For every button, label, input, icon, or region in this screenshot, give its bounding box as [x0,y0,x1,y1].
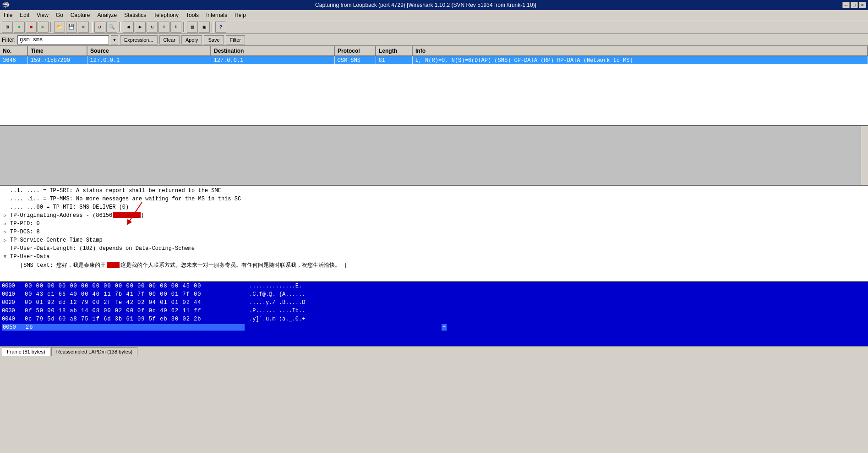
scrollbar[interactable] [861,126,868,185]
menu-help[interactable]: Help [231,11,250,19]
detail-line-ud[interactable]: ▽ TP-User-Data [0,253,868,261]
hex-offset: 0030 [2,308,25,314]
detail-line-timestamp[interactable]: ▷ TP-Service-Centre-Time-Stamp [0,236,868,244]
toolbar-stop-button[interactable]: ■ [26,22,37,33]
cell-source: 127.0.0.1 [87,56,211,64]
detail-text: TP-Service-Centre-Time-Stamp [10,237,103,243]
hex-offset: 0010 [2,291,25,298]
hex-row-0010: 0010 00 43 c1 66 40 00 40 11 7b 41 7f 00… [0,290,868,298]
col-info[interactable]: Info [412,46,868,56]
expand-arrow: ▷ [4,213,10,218]
toolbar-save-button[interactable]: 💾 [66,22,77,33]
expand-arrow [4,188,10,193]
hex-bytes: 00 00 00 00 00 00 00 00 00 00 00 00 08 0… [25,283,245,289]
hex-row-0020: 0020 00 01 92 dd 12 79 00 2f fe 42 02 04… [0,298,868,307]
toolbar-interfaces-button[interactable]: ⊞ [2,22,13,33]
save-button[interactable]: Save [204,35,224,44]
table-row[interactable]: 3646 159.71587200 127.0.0.1 127.0.0.1 GS… [0,56,868,64]
detail-line-sms-text: [SMS text: 您好，我是泰康的王这是我的个人联系方式。您未来一对一服务专… [0,261,868,269]
toolbar-close-button[interactable]: ✕ [78,22,89,33]
col-length[interactable]: Length [376,46,412,56]
app-icon: 🦈 [2,1,10,9]
menu-analyze[interactable]: Analyze [94,11,121,19]
col-no[interactable]: No. [0,46,27,56]
menu-edit[interactable]: Edit [16,11,33,19]
toolbar-help-button[interactable]: ? [215,22,226,33]
packet-table-header: No. Time Source Destination Protocol Len… [0,46,868,56]
menu-tools[interactable]: Tools [182,11,202,19]
find-icon: 🔍 [109,24,115,30]
filter-bar: Filter: ▼ Expression... Clear Apply Save… [0,34,868,46]
expand-arrow: ▷ [4,229,10,235]
apply-button[interactable]: Apply [181,35,202,44]
title-bar: 🦈 Capturing from Loopback (port 4729) [W… [0,0,868,10]
hex-row-0030: 0030 0f 50 00 18 ab 14 08 00 02 00 0f 0c… [0,307,868,315]
start-icon: ● [18,24,21,30]
filter-dropdown[interactable]: ▼ [111,35,118,44]
status-tab-frame[interactable]: Frame (81 bytes) [2,347,50,356]
expand-arrow [4,205,10,210]
detail-line-originating[interactable]: ▷ TP-Originating-Address - (86156) [0,211,868,220]
toolbar-goto-button[interactable]: ↻ [147,22,158,33]
col-time[interactable]: Time [27,46,87,56]
hex-bytes: 0f 50 00 18 ab 14 08 00 02 00 0f 0c 49 6… [25,308,245,314]
packet-list[interactable]: No. Time Source Destination Protocol Len… [0,46,868,126]
detail-pane[interactable]: ..1. .... = TP-SRI: A status report shal… [0,186,868,282]
close-button[interactable]: ✕ [859,2,866,8]
hex-row-0050: 0050 2b + [0,323,868,331]
toolbar-find-button[interactable]: 🔍 [106,22,117,33]
interfaces-icon: ⊞ [6,24,9,30]
toolbar-coloring-button[interactable]: ▤ [187,22,198,33]
detail-line-udl: TP-User-Data-Length: (102) depends on Da… [0,244,868,253]
filter-button[interactable]: Filter [226,35,245,44]
toolbar-reload-button[interactable]: ↺ [94,22,105,33]
toolbar-last-button[interactable]: ⬇ [170,22,181,33]
filter-input[interactable] [17,35,109,44]
menu-go[interactable]: Go [52,11,67,19]
menu-internals[interactable]: Internals [202,11,231,19]
hex-ascii: ..............E. [249,283,302,289]
toolbar-first-button[interactable]: ⬆ [158,22,169,33]
maximize-button[interactable]: □ [851,2,858,8]
toolbar-back-button[interactable]: ◀ [123,22,134,33]
goto-icon: ↻ [151,24,154,30]
expression-button[interactable]: Expression... [120,35,158,44]
forward-icon: ▶ [139,24,142,30]
detail-line-dcs[interactable]: ▷ TP-DCS: 8 [0,228,868,236]
clear-button[interactable]: Clear [159,35,180,44]
expand-arrow: ▷ [4,221,10,226]
expand-arrow: ▽ [4,254,10,260]
menu-capture[interactable]: Capture [67,11,94,19]
menu-statistics[interactable]: Statistics [120,11,150,19]
open-icon: 📂 [56,24,63,30]
detail-line-pid[interactable]: ▷ TP-PID: 0 [0,220,868,228]
minimize-button[interactable]: ─ [842,2,850,8]
toolbar-forward-button[interactable]: ▶ [135,22,146,33]
detail-text: TP-Originating-Address - (86156) [10,212,144,219]
back-icon: ◀ [127,24,130,30]
toolbar-restart-button[interactable]: ▶ [38,22,49,33]
restart-icon: ▶ [42,24,45,30]
menu-view[interactable]: View [33,11,52,19]
col-protocol[interactable]: Protocol [334,46,376,56]
toolbar-prefs-button[interactable]: ▣ [199,22,210,33]
menu-file[interactable]: File [0,11,16,19]
toolbar-open-button[interactable]: 📂 [54,22,65,33]
status-tab-reassembled[interactable]: Reassembled LAPDm (138 bytes) [51,347,137,356]
hex-ascii: + [442,324,447,331]
toolbar-start-button[interactable]: ● [14,22,25,33]
col-destination[interactable]: Destination [211,46,334,56]
toolbar: ⊞ ● ■ ▶ 📂 💾 ✕ ↺ 🔍 ◀ ▶ ↻ ⬆ ⬇ ▤ ▣ [0,20,868,34]
col-source[interactable]: Source [87,46,211,56]
window-controls[interactable]: ─ □ ✕ [842,2,868,8]
detail-text: TP-DCS: 8 [10,229,40,235]
menu-telephony[interactable]: Telephony [150,11,182,19]
hex-ascii: .....y./ .B.....D [249,299,305,306]
hex-pane[interactable]: 0000 00 00 00 00 00 00 00 00 00 00 00 00… [0,282,868,346]
hex-offset: 0000 [2,283,25,289]
toolbar-separator-5 [212,22,213,32]
hex-offset: 0020 [2,299,25,306]
detail-text: TP-User-Data [10,254,49,260]
cell-no: 3646 [0,56,27,64]
sms-text-label: [SMS text: 您好，我是泰康的王 [20,261,106,269]
